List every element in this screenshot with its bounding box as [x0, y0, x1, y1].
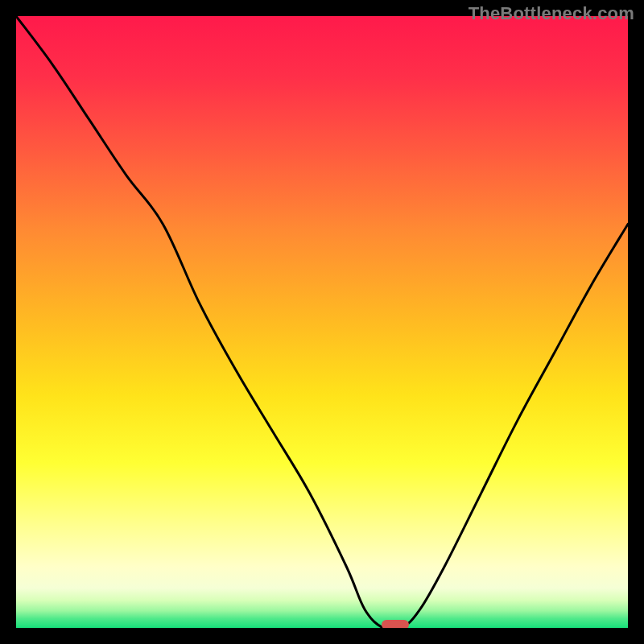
plot-area [16, 16, 628, 628]
watermark-text: TheBottleneck.com [469, 3, 634, 24]
optimal-marker [382, 620, 409, 628]
chart-frame: TheBottleneck.com [0, 0, 644, 644]
bottleneck-curve [16, 16, 628, 628]
